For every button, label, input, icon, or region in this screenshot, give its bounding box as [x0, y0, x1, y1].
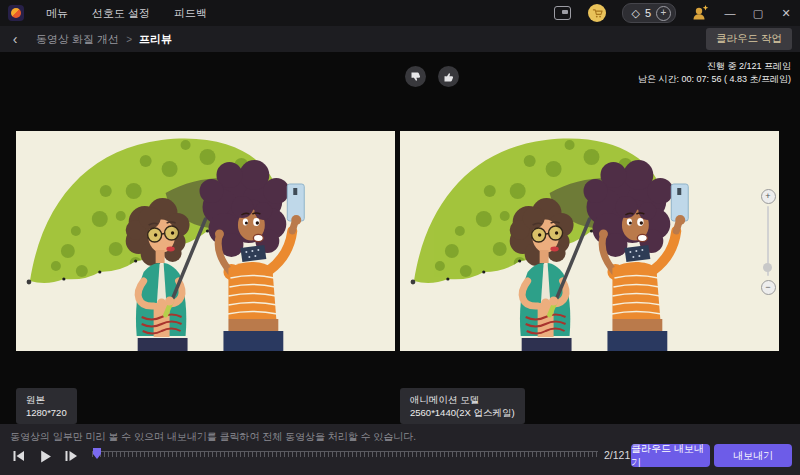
- preview-area: 진행 중 2/121 프레임 남은 시간: 00: 07: 56 ( 4.83 …: [0, 52, 800, 424]
- gem-icon: ◇: [631, 8, 639, 19]
- progress-frames: 진행 중 2/121 프레임: [638, 60, 791, 73]
- breadcrumb-parent[interactable]: 동영상 화질 개선: [36, 32, 119, 47]
- cloud-export-button[interactable]: 클라우드 내보내기: [631, 444, 710, 467]
- original-label-title: 원본: [26, 393, 67, 406]
- timeline-scrubber[interactable]: [92, 451, 598, 462]
- zoom-in-button[interactable]: +: [761, 189, 776, 204]
- preview-image-enhanced: + −: [400, 131, 779, 351]
- breadcrumb-separator: >: [126, 34, 132, 45]
- enhanced-label-title: 애니메이션 모델: [410, 393, 515, 406]
- minimize-button[interactable]: —: [716, 0, 744, 26]
- add-credits-button[interactable]: +: [656, 6, 671, 21]
- close-button[interactable]: ✕: [772, 0, 800, 26]
- maximize-button[interactable]: ▢: [744, 0, 772, 26]
- cloud-task-button[interactable]: 클라우드 작업: [706, 28, 792, 50]
- original-label-resolution: 1280*720: [26, 406, 67, 419]
- play-button[interactable]: [34, 445, 56, 467]
- app-window: 메뉴 선호도 설정 피드백 ◇ 5 + — ▢ ✕ ‹ 동영상 화질 개선 > …: [0, 0, 800, 475]
- thumbs-down-button[interactable]: [405, 66, 426, 87]
- enhanced-label-resolution: 2560*1440(2X 업스케일): [410, 406, 515, 419]
- enhanced-label: 애니메이션 모델 2560*1440(2X 업스케일): [400, 388, 525, 424]
- app-logo-icon: [8, 5, 24, 21]
- next-frame-button[interactable]: [60, 445, 82, 467]
- preview-image-original: [16, 131, 395, 351]
- thumbs-up-button[interactable]: [438, 66, 459, 87]
- original-label: 원본 1280*720: [16, 388, 77, 424]
- menu-button[interactable]: 메뉴: [34, 0, 80, 26]
- title-bar: 메뉴 선호도 설정 피드백 ◇ 5 + — ▢ ✕: [0, 0, 800, 26]
- credits-pill[interactable]: ◇ 5 +: [622, 3, 676, 23]
- footer-bar: 동영상의 일부만 미리 볼 수 있으며 내보내기를 클릭하여 전체 동영상을 처…: [0, 424, 800, 475]
- zoom-slider-thumb[interactable]: [763, 263, 772, 272]
- breadcrumb-bar: ‹ 동영상 화질 개선 > 프리뷰 클라우드 작업: [0, 26, 800, 52]
- preferences-button[interactable]: 선호도 설정: [80, 0, 162, 26]
- account-upgrade-icon[interactable]: [690, 4, 710, 22]
- progress-info: 진행 중 2/121 프레임 남은 시간: 00: 07: 56 ( 4.83 …: [638, 60, 791, 86]
- store-coin-icon[interactable]: [588, 4, 606, 22]
- back-button[interactable]: ‹: [0, 26, 30, 52]
- previous-frame-button[interactable]: [8, 445, 30, 467]
- credits-count: 5: [645, 7, 651, 19]
- breadcrumb-current: 프리뷰: [139, 32, 172, 47]
- feedback-button[interactable]: 피드백: [162, 0, 219, 26]
- preview-notice: 동영상의 일부만 미리 볼 수 있으며 내보내기를 클릭하여 전체 동영상을 처…: [10, 430, 416, 444]
- mini-window-icon[interactable]: [554, 6, 571, 20]
- progress-time-remaining: 남은 시간: 00: 07: 56 ( 4.83 초/프레임): [638, 73, 791, 86]
- frame-counter: 2/121: [604, 449, 630, 461]
- zoom-slider: + −: [758, 189, 778, 295]
- export-button[interactable]: 내보내기: [714, 444, 792, 467]
- zoom-out-button[interactable]: −: [761, 280, 776, 295]
- playhead-marker[interactable]: [93, 448, 101, 459]
